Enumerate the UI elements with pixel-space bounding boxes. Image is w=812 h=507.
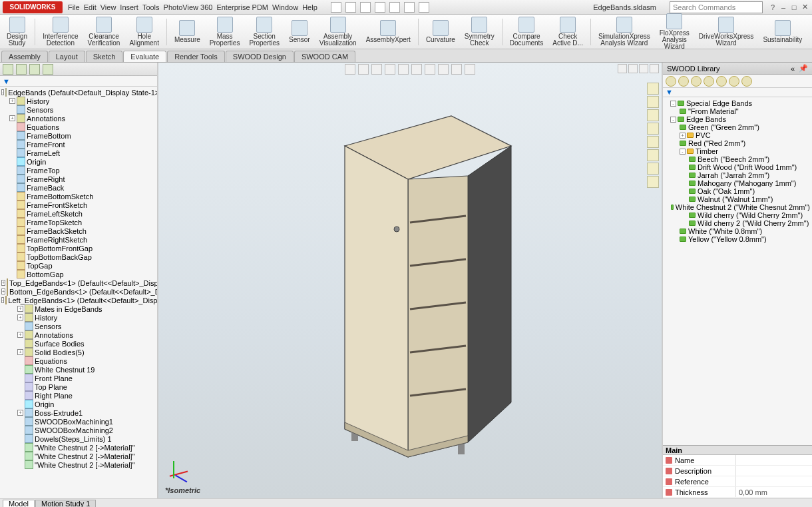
- library-item[interactable]: Wild cherry ("Wild Cherry 2mm"): [665, 211, 810, 219]
- ribbon-simulationxpress[interactable]: SimulationXpress Analysis Wizard: [594, 15, 654, 48]
- fm-tab-property-icon[interactable]: [16, 64, 27, 75]
- swood-tool-4-icon[interactable]: [704, 76, 714, 87]
- library-item[interactable]: -Timber: [665, 147, 810, 155]
- tree-item[interactable]: FrameTopSketch: [1, 218, 156, 227]
- tab-swood-cam[interactable]: SWOOD CAM: [294, 51, 355, 62]
- ribbon-curvature[interactable]: Curvature: [422, 19, 459, 45]
- expand-icon[interactable]: +: [17, 314, 23, 320]
- apply-scene-icon[interactable]: [451, 64, 462, 75]
- library-item[interactable]: Mahogany ("Mahogany 1mm"): [665, 179, 810, 187]
- ribbon-mass[interactable]: Mass Properties: [206, 15, 244, 48]
- expand-icon[interactable]: +: [17, 349, 23, 355]
- library-item[interactable]: White ("White 0.8mm"): [665, 227, 810, 235]
- prop-row[interactable]: Thickness0,00 mm: [663, 487, 812, 498]
- zoom-fit-icon[interactable]: [345, 64, 355, 75]
- expand-icon[interactable]: -: [670, 101, 676, 107]
- prop-value[interactable]: [736, 476, 812, 486]
- maximize-icon[interactable]: □: [789, 3, 799, 12]
- ribbon-sensor[interactable]: Sensor: [285, 19, 314, 45]
- tree-item[interactable]: SWOODBoxMachining1: [1, 417, 156, 426]
- prop-value[interactable]: 0,00 mm: [736, 487, 812, 497]
- tree-item[interactable]: White Chestnut 19: [1, 365, 156, 374]
- ribbon-section[interactable]: Section Properties: [245, 15, 284, 48]
- expand-icon[interactable]: +: [1, 280, 5, 286]
- tree-item[interactable]: FrameLeft: [1, 149, 156, 157]
- library-item[interactable]: Green ("Green 2mm"): [665, 123, 810, 131]
- library-item[interactable]: "From Material": [665, 107, 810, 115]
- zoom-area-icon[interactable]: [358, 64, 369, 75]
- library-item[interactable]: +PVC: [665, 131, 810, 139]
- tree-item[interactable]: Right Plane: [1, 391, 156, 400]
- tree-item[interactable]: Equations: [1, 123, 156, 131]
- tree-item[interactable]: -Left_EdgeBands<1> (Default<<Default>_Di…: [1, 296, 156, 304]
- swood-tool-7-icon[interactable]: [741, 76, 752, 87]
- tree-item[interactable]: +Top_EdgeBands<1> (Default<<Default>_Dis…: [1, 278, 156, 287]
- library-item[interactable]: Drift Wood ("Drift Wood 1mm"): [665, 163, 810, 171]
- library-item[interactable]: Yellow ("Yellow 0.8mm"): [665, 235, 810, 243]
- search-commands-input[interactable]: Search Commands: [670, 1, 763, 13]
- library-item[interactable]: Beech ("Beech 2mm"): [665, 155, 810, 163]
- qat-save-icon[interactable]: [360, 2, 371, 13]
- ribbon-assemblyxpert[interactable]: AssemblyXpert: [362, 19, 415, 45]
- tab-assembly[interactable]: Assembly: [1, 51, 48, 62]
- vp-link-icon[interactable]: [618, 64, 627, 73]
- taskpane-forum-icon[interactable]: [647, 176, 659, 188]
- prop-row[interactable]: Description: [663, 466, 812, 476]
- library-item[interactable]: Walnut ("Walnut 1mm"): [665, 195, 810, 203]
- vp-minimize-icon[interactable]: [628, 64, 638, 73]
- view-orient-icon[interactable]: [398, 64, 409, 75]
- vp-restore-icon[interactable]: [639, 64, 648, 73]
- menu-help[interactable]: Help: [302, 3, 317, 11]
- bottom-tab-motion-study-1[interactable]: Motion Study 1: [35, 500, 96, 508]
- tree-item[interactable]: Origin: [1, 157, 156, 166]
- tab-render-tools[interactable]: Render Tools: [167, 51, 225, 62]
- close-icon[interactable]: ✕: [800, 3, 809, 12]
- prop-row[interactable]: Name: [663, 455, 812, 466]
- tree-item[interactable]: Front Plane: [1, 374, 156, 382]
- prev-view-icon[interactable]: [371, 64, 382, 75]
- library-item[interactable]: Red ("Red 2mm"): [665, 139, 810, 147]
- qat-new-icon[interactable]: [331, 2, 341, 13]
- vp-close-icon[interactable]: [650, 64, 659, 73]
- prop-row[interactable]: Reference: [663, 476, 812, 487]
- fm-tab-dimx-icon[interactable]: [43, 64, 53, 75]
- ribbon-interference[interactable]: Interference Detection: [39, 15, 82, 48]
- menu-view[interactable]: View: [101, 3, 116, 11]
- panel-collapse-icon[interactable]: «: [791, 65, 795, 73]
- help-icon[interactable]: ?: [768, 3, 777, 12]
- library-item[interactable]: Jarrah ("Jarrah 2mm"): [665, 171, 810, 179]
- tree-item[interactable]: FrameFrontSketch: [1, 201, 156, 209]
- library-item[interactable]: -Edge Bands: [665, 115, 810, 123]
- ribbon-sustainability[interactable]: Sustainability: [759, 19, 806, 45]
- menu-insert[interactable]: Insert: [120, 3, 138, 11]
- qat-rebuild-icon[interactable]: [419, 2, 429, 13]
- expand-icon[interactable]: +: [9, 98, 15, 104]
- swood-tool-6-icon[interactable]: [729, 76, 739, 87]
- expand-icon[interactable]: -: [1, 89, 4, 95]
- tree-item[interactable]: FrameLeftSketch: [1, 209, 156, 218]
- swood-tool-2-icon[interactable]: [678, 76, 689, 87]
- library-item[interactable]: -Special Edge Bands: [665, 99, 810, 107]
- expand-icon[interactable]: +: [680, 133, 686, 139]
- taskpane-file-explorer-icon[interactable]: [647, 109, 659, 121]
- swood-tool-3-icon[interactable]: [691, 76, 702, 87]
- taskpane-view-palette-icon[interactable]: [647, 123, 659, 135]
- expand-icon[interactable]: -: [1, 297, 4, 303]
- ribbon-clearance[interactable]: Clearance Verification: [84, 15, 124, 48]
- qat-undo-icon[interactable]: [389, 2, 400, 13]
- ribbon-floxpress[interactable]: FloXpress Analysis Wizard: [656, 12, 694, 51]
- tree-item[interactable]: Surface Bodies: [1, 339, 156, 348]
- tree-item[interactable]: Dowels(Steps_Limits) 1: [1, 434, 156, 443]
- taskpane-home-icon[interactable]: [647, 83, 659, 95]
- ribbon-compare[interactable]: Compare Documents: [506, 15, 548, 48]
- tree-item[interactable]: FrameRight: [1, 175, 156, 183]
- taskpane-appearances-icon[interactable]: [647, 136, 659, 148]
- tree-item[interactable]: TopBottomBackGap: [1, 253, 156, 261]
- menu-enterprise-pdm[interactable]: Enterprise PDM: [216, 3, 268, 11]
- graphics-viewport[interactable]: *Isometric ↖: [158, 63, 662, 498]
- expand-icon[interactable]: +: [17, 306, 23, 312]
- swood-tool-1-icon[interactable]: [666, 76, 676, 87]
- bottom-tab-model[interactable]: Model: [3, 500, 35, 508]
- swood-library-tree[interactable]: -Special Edge Bands"From Material"-Edge …: [663, 97, 812, 445]
- tab-sketch[interactable]: Sketch: [86, 51, 123, 62]
